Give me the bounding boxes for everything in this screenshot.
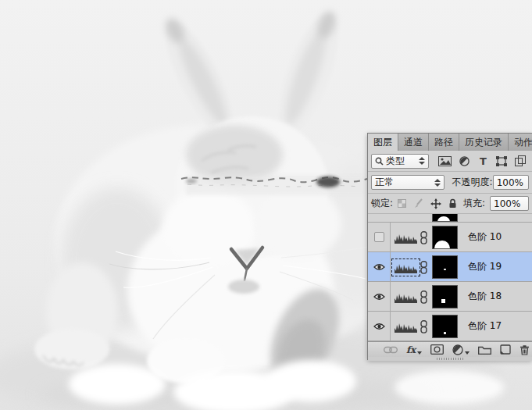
layer-name[interactable]: 色阶 17	[468, 312, 502, 340]
fill-value: 100%	[494, 198, 520, 209]
opacity-label: 不透明度:	[452, 176, 493, 189]
mask-thumbnail[interactable]	[432, 285, 458, 308]
lock-paint-icon[interactable]	[413, 198, 423, 209]
layer-row[interactable]: 色阶 17	[368, 312, 532, 341]
layer-name[interactable]: 色阶 10	[468, 223, 502, 251]
layer-row[interactable]: 色阶 18	[368, 282, 532, 312]
mask-link-icon[interactable]	[420, 231, 427, 244]
lock-all-icon[interactable]	[448, 198, 457, 209]
layer-name[interactable]: 色阶 19	[468, 252, 502, 281]
new-adjustment-layer-icon[interactable]	[452, 342, 470, 357]
blend-opacity-row: 正常 不透明度: 100%	[368, 172, 532, 194]
lock-fill-row: 锁定:	[368, 194, 532, 214]
blend-mode-dropdown[interactable]: 正常	[371, 175, 445, 190]
levels-adjustment-icon[interactable]	[395, 291, 417, 303]
layer-filter-row: 类型 T	[368, 151, 532, 172]
add-layer-mask-icon[interactable]	[430, 342, 444, 357]
lock-position-icon[interactable]	[430, 198, 441, 209]
filter-icons: T	[438, 155, 526, 166]
mask-link-icon[interactable]	[420, 261, 427, 274]
filter-kind-spinner	[416, 157, 425, 165]
fill-input[interactable]: 100%	[490, 196, 529, 211]
tab-actions[interactable]: 动作	[509, 134, 532, 151]
visibility-toggle[interactable]	[368, 282, 391, 311]
layer-row[interactable]: 色阶 19	[368, 252, 532, 282]
tab-layers[interactable]: 图层	[368, 134, 398, 152]
layer-name[interactable]: 色阶 18	[468, 282, 502, 311]
levels-adjustment-icon[interactable]	[395, 232, 417, 244]
layer-row[interactable]: 色阶 10	[368, 223, 532, 252]
lock-icons	[398, 198, 457, 209]
fill-label: 填充:	[463, 197, 485, 210]
eye-icon	[373, 323, 385, 330]
type-layer-filter-icon[interactable]: T	[478, 156, 488, 166]
visibility-toggle[interactable]	[368, 312, 391, 340]
levels-adjustment-icon[interactable]	[395, 321, 417, 333]
blend-mode-value: 正常	[375, 176, 394, 189]
blend-mode-spinner	[431, 179, 441, 187]
opacity-value: 100%	[497, 177, 523, 188]
search-icon	[375, 157, 384, 166]
visibility-toggle[interactable]	[368, 223, 391, 251]
hidden-layer-box	[374, 232, 384, 242]
panel-bottom-bar: fx	[368, 341, 532, 357]
shape-layer-filter-icon[interactable]	[496, 156, 507, 166]
mask-thumbnail	[432, 214, 458, 222]
layer-style-fx-icon[interactable]: fx	[406, 342, 422, 357]
layer-list: 色阶 10 色阶 19	[368, 214, 532, 341]
filter-kind-label: 类型	[386, 155, 405, 168]
tab-history[interactable]: 历史记录	[459, 134, 509, 151]
mask-link-icon[interactable]	[420, 291, 427, 304]
tab-channels[interactable]: 通道	[398, 134, 429, 151]
panel-tabbar: 图层 通道 路径 历史记录 动作	[368, 134, 532, 151]
adjustment-layer-filter-icon[interactable]	[459, 156, 470, 166]
new-group-icon[interactable]	[478, 342, 491, 357]
lock-transparency-icon[interactable]	[398, 199, 406, 208]
eye-icon	[373, 263, 385, 271]
filter-kind-dropdown[interactable]: 类型	[371, 154, 429, 169]
new-layer-icon[interactable]	[500, 342, 511, 357]
delete-layer-icon[interactable]	[520, 342, 530, 357]
photoshop-workspace: 图层 通道 路径 历史记录 动作 类型	[0, 0, 532, 410]
visibility-toggle[interactable]	[368, 252, 391, 281]
tab-paths[interactable]: 路径	[429, 134, 459, 151]
mask-thumbnail[interactable]	[432, 315, 458, 338]
smart-object-filter-icon[interactable]	[515, 155, 526, 166]
opacity-input[interactable]: 100%	[493, 175, 529, 190]
layer-row-partial[interactable]	[368, 214, 532, 223]
panel-resize-grip[interactable]	[368, 357, 532, 361]
mask-link-icon[interactable]	[420, 320, 427, 333]
pixel-layer-filter-icon[interactable]	[438, 156, 452, 166]
mask-thumbnail[interactable]	[432, 255, 458, 279]
lock-label: 锁定:	[371, 197, 393, 210]
svg-text:T: T	[480, 156, 487, 166]
mask-thumbnail[interactable]	[432, 226, 458, 249]
layers-panel: 图层 通道 路径 历史记录 动作 类型	[367, 133, 532, 360]
eye-icon	[373, 293, 385, 301]
levels-adjustment-icon[interactable]	[395, 262, 417, 273]
link-layers-icon[interactable]	[384, 342, 398, 357]
